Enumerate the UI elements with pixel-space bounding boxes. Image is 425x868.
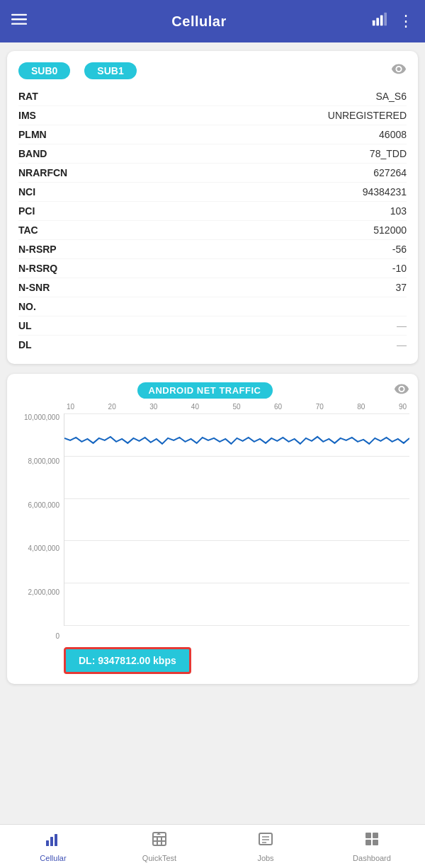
menu-icon[interactable] (11, 11, 27, 31)
nav-item-quicktest[interactable]: QuickTest (106, 830, 212, 862)
dashboard-nav-icon (363, 830, 380, 852)
grid-line-top (64, 413, 409, 414)
quicktest-nav-icon (151, 830, 168, 852)
info-row: BAND78_TDD (18, 144, 407, 164)
x-label-10: 10 (67, 403, 74, 411)
sub0-tab[interactable]: SUB0 (18, 62, 70, 79)
grid-line-2 (64, 498, 409, 499)
svg-rect-0 (11, 14, 27, 16)
cellular-info-table: RATSA_S6IMSUNREGISTEREDPLMN46008BAND78_T… (18, 87, 407, 354)
svg-rect-5 (380, 16, 383, 26)
cellular-nav-icon (45, 830, 62, 852)
svg-rect-3 (373, 21, 375, 25)
y-label-2m: 2,000,000 (28, 588, 60, 596)
svg-rect-4 (376, 18, 379, 25)
more-icon[interactable]: ⋮ (398, 12, 414, 30)
quicktest-nav-label: QuickTest (142, 854, 176, 862)
info-label: NCI (18, 186, 82, 198)
header-actions: ⋮ (371, 11, 414, 31)
info-row: RATSA_S6 (18, 87, 407, 106)
chart-area (64, 413, 409, 640)
dl-badge-row: DL: 9347812.00 kbps (16, 647, 409, 674)
info-label: RAT (18, 91, 82, 102)
nav-item-cellular[interactable]: Cellular (0, 830, 106, 862)
info-value: -56 (392, 244, 407, 255)
info-label: TAC (18, 224, 82, 236)
bottom-nav: Cellular QuickTest Jobs (0, 824, 425, 868)
info-value: 103 (390, 205, 407, 217)
main-content: SUB0 SUB1 RATSA_S6IMSUNREGISTEREDPLMN460… (0, 42, 425, 824)
info-row: PLMN46008 (18, 125, 407, 144)
svg-rect-9 (55, 834, 57, 846)
chart-x-axis: 10 20 30 40 50 60 70 80 90 (65, 403, 408, 411)
dashboard-nav-label: Dashboard (353, 854, 391, 862)
info-label: NRARFCN (18, 167, 82, 178)
y-label-0: 0 (55, 632, 60, 640)
cellular-info-card: SUB0 SUB1 RATSA_S6IMSUNREGISTEREDPLMN460… (7, 51, 418, 364)
info-row: N-RSRQ-10 (18, 259, 407, 278)
info-value: 78_TDD (370, 148, 407, 159)
info-row: TAC512000 (18, 221, 407, 240)
grid-line-bottom (64, 625, 409, 626)
info-label: BAND (18, 148, 82, 159)
info-value: 512000 (373, 224, 407, 236)
svg-rect-19 (366, 833, 371, 838)
y-label-4m: 4,000,000 (28, 544, 60, 552)
info-row: N-RSRP-56 (18, 240, 407, 259)
info-label: DL (18, 339, 82, 350)
grid-line-1 (64, 456, 409, 457)
info-row: DL— (18, 336, 407, 354)
info-value: 94384231 (363, 186, 407, 198)
x-label-60: 60 (274, 403, 282, 411)
info-label: PLMN (18, 129, 82, 140)
svg-rect-7 (46, 840, 49, 846)
grid-line-3 (64, 540, 409, 541)
info-row: NCI94384231 (18, 183, 407, 202)
info-label: IMS (18, 110, 82, 121)
x-label-20: 20 (108, 403, 116, 411)
info-value: UNREGISTERED (328, 110, 407, 121)
jobs-nav-label: Jobs (257, 854, 273, 862)
info-label: N-RSRP (18, 244, 82, 255)
info-value: 627264 (373, 167, 407, 178)
info-value: — (397, 320, 407, 331)
jobs-nav-icon (257, 830, 274, 852)
info-label: N-RSRQ (18, 263, 82, 274)
svg-rect-1 (11, 18, 27, 20)
y-label-10m: 10,000,000 (24, 413, 60, 421)
info-row: N-SNR37 (18, 278, 407, 297)
visibility-toggle-icon[interactable] (391, 61, 407, 80)
nav-item-jobs[interactable]: Jobs (212, 830, 319, 862)
app-header: Cellular ⋮ (0, 0, 425, 42)
sub-tabs-row: SUB0 SUB1 (18, 61, 407, 80)
info-label: N-SNR (18, 282, 82, 293)
info-value: — (397, 339, 407, 350)
dl-speed-badge[interactable]: DL: 9347812.00 kbps (64, 647, 191, 674)
info-value: SA_S6 (375, 91, 407, 102)
x-label-90: 90 (399, 403, 407, 411)
signal-icon[interactable] (371, 11, 387, 31)
info-label: PCI (18, 205, 82, 217)
info-label: NO. (18, 301, 82, 312)
svg-rect-8 (50, 837, 53, 846)
info-row: IMSUNREGISTERED (18, 106, 407, 125)
info-value: 37 (395, 282, 407, 293)
nav-item-dashboard[interactable]: Dashboard (319, 830, 425, 862)
x-label-80: 80 (357, 403, 365, 411)
x-label-40: 40 (191, 403, 199, 411)
chart-title-row: ANDROID NET TRAFFIC (16, 382, 394, 399)
chart-title-badge: ANDROID NET TRAFFIC (137, 382, 273, 399)
info-label: UL (18, 320, 82, 331)
traffic-chart-card: ANDROID NET TRAFFIC 10 20 30 40 50 60 70… (7, 374, 418, 684)
info-row: NRARFCN627264 (18, 164, 407, 183)
sub1-tab[interactable]: SUB1 (84, 62, 136, 79)
info-row: UL— (18, 316, 407, 336)
svg-rect-22 (373, 840, 378, 845)
chart-visibility-icon[interactable] (394, 381, 409, 400)
y-label-6m: 6,000,000 (28, 501, 60, 509)
info-value: 46008 (379, 129, 407, 140)
chart-y-axis: 10,000,000 8,000,000 6,000,000 4,000,000… (16, 413, 64, 640)
svg-rect-21 (366, 840, 371, 845)
svg-rect-2 (11, 23, 27, 25)
sub-tabs: SUB0 SUB1 (18, 62, 137, 79)
